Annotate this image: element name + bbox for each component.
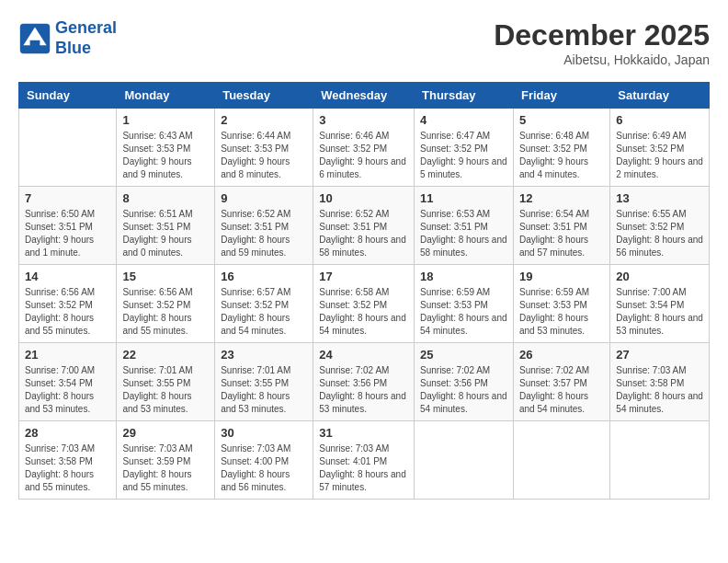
day-info: Sunrise: 7:03 AMSunset: 4:00 PMDaylight:… xyxy=(221,442,307,494)
day-number: 23 xyxy=(221,348,307,362)
weekday-header-sunday: Sunday xyxy=(19,83,117,109)
day-info: Sunrise: 6:53 AMSunset: 3:51 PMDaylight:… xyxy=(420,208,507,259)
day-number: 26 xyxy=(519,348,604,362)
day-info: Sunrise: 6:59 AMSunset: 3:53 PMDaylight:… xyxy=(519,286,604,338)
week-row-3: 14Sunrise: 6:56 AMSunset: 3:52 PMDayligh… xyxy=(19,265,710,343)
calendar-cell: 1Sunrise: 6:43 AMSunset: 3:53 PMDaylight… xyxy=(117,109,215,187)
calendar-cell: 17Sunrise: 6:58 AMSunset: 3:52 PMDayligh… xyxy=(313,265,415,343)
week-row-1: 1Sunrise: 6:43 AMSunset: 3:53 PMDaylight… xyxy=(19,109,710,187)
day-info: Sunrise: 6:51 AMSunset: 3:51 PMDaylight:… xyxy=(122,208,209,259)
page-header: General Blue December 2025 Aibetsu, Hokk… xyxy=(18,18,710,67)
calendar-table: SundayMondayTuesdayWednesdayThursdayFrid… xyxy=(18,82,710,500)
day-number: 25 xyxy=(420,348,507,362)
day-number: 16 xyxy=(221,270,307,283)
day-info: Sunrise: 7:02 AMSunset: 3:56 PMDaylight:… xyxy=(319,364,408,416)
title-block: December 2025 Aibetsu, Hokkaido, Japan xyxy=(494,18,710,67)
day-number: 11 xyxy=(420,191,507,205)
calendar-cell: 2Sunrise: 6:44 AMSunset: 3:53 PMDaylight… xyxy=(215,109,313,187)
calendar-cell xyxy=(513,421,609,500)
calendar-cell: 31Sunrise: 7:03 AMSunset: 4:01 PMDayligh… xyxy=(313,421,415,500)
calendar-cell: 10Sunrise: 6:52 AMSunset: 3:51 PMDayligh… xyxy=(313,187,415,265)
day-info: Sunrise: 6:59 AMSunset: 3:53 PMDaylight:… xyxy=(420,286,507,338)
month-title: December 2025 xyxy=(494,18,710,52)
day-number: 18 xyxy=(420,270,507,283)
logo-icon xyxy=(18,22,51,55)
day-number: 14 xyxy=(25,270,110,283)
day-info: Sunrise: 6:47 AMSunset: 3:52 PMDaylight:… xyxy=(420,130,507,181)
calendar-cell: 15Sunrise: 6:56 AMSunset: 3:52 PMDayligh… xyxy=(117,265,215,343)
day-number: 3 xyxy=(319,113,408,127)
day-number: 27 xyxy=(616,348,703,362)
calendar-cell xyxy=(415,421,514,500)
day-info: Sunrise: 7:03 AMSunset: 3:58 PMDaylight:… xyxy=(616,364,703,416)
calendar-cell: 14Sunrise: 6:56 AMSunset: 3:52 PMDayligh… xyxy=(19,265,117,343)
day-info: Sunrise: 6:50 AMSunset: 3:51 PMDaylight:… xyxy=(25,208,110,259)
week-row-5: 28Sunrise: 7:03 AMSunset: 3:58 PMDayligh… xyxy=(19,421,710,500)
location-subtitle: Aibetsu, Hokkaido, Japan xyxy=(494,52,710,67)
calendar-cell: 6Sunrise: 6:49 AMSunset: 3:52 PMDaylight… xyxy=(610,109,710,187)
day-number: 17 xyxy=(319,270,408,283)
day-info: Sunrise: 6:52 AMSunset: 3:51 PMDaylight:… xyxy=(221,208,307,259)
calendar-cell xyxy=(610,421,710,500)
day-info: Sunrise: 7:03 AMSunset: 4:01 PMDaylight:… xyxy=(319,442,408,494)
calendar-cell: 19Sunrise: 6:59 AMSunset: 3:53 PMDayligh… xyxy=(513,265,609,343)
day-info: Sunrise: 6:43 AMSunset: 3:53 PMDaylight:… xyxy=(122,130,209,181)
day-info: Sunrise: 6:49 AMSunset: 3:52 PMDaylight:… xyxy=(616,130,703,181)
day-number: 21 xyxy=(25,348,110,362)
day-number: 2 xyxy=(221,113,307,127)
logo-line2: Blue xyxy=(55,39,91,57)
day-number: 29 xyxy=(122,426,209,440)
weekday-header-monday: Monday xyxy=(117,83,215,109)
day-info: Sunrise: 6:57 AMSunset: 3:52 PMDaylight:… xyxy=(221,286,307,338)
day-number: 1 xyxy=(122,113,209,127)
weekday-header-tuesday: Tuesday xyxy=(215,83,313,109)
calendar-cell xyxy=(19,109,117,187)
day-number: 13 xyxy=(616,191,703,205)
day-number: 31 xyxy=(319,426,408,440)
calendar-cell: 16Sunrise: 6:57 AMSunset: 3:52 PMDayligh… xyxy=(215,265,313,343)
calendar-cell: 28Sunrise: 7:03 AMSunset: 3:58 PMDayligh… xyxy=(19,421,117,500)
svg-rect-2 xyxy=(30,40,40,48)
calendar-cell: 9Sunrise: 6:52 AMSunset: 3:51 PMDaylight… xyxy=(215,187,313,265)
logo: General Blue xyxy=(18,18,117,58)
day-info: Sunrise: 6:58 AMSunset: 3:52 PMDaylight:… xyxy=(319,286,408,338)
calendar-cell: 12Sunrise: 6:54 AMSunset: 3:51 PMDayligh… xyxy=(513,187,609,265)
day-number: 15 xyxy=(122,270,209,283)
day-number: 28 xyxy=(25,426,110,440)
calendar-cell: 22Sunrise: 7:01 AMSunset: 3:55 PMDayligh… xyxy=(117,343,215,421)
weekday-header-wednesday: Wednesday xyxy=(313,83,415,109)
calendar-cell: 20Sunrise: 7:00 AMSunset: 3:54 PMDayligh… xyxy=(610,265,710,343)
week-row-2: 7Sunrise: 6:50 AMSunset: 3:51 PMDaylight… xyxy=(19,187,710,265)
day-info: Sunrise: 6:46 AMSunset: 3:52 PMDaylight:… xyxy=(319,130,408,181)
day-number: 8 xyxy=(122,191,209,205)
day-info: Sunrise: 7:01 AMSunset: 3:55 PMDaylight:… xyxy=(122,364,209,416)
calendar-cell: 25Sunrise: 7:02 AMSunset: 3:56 PMDayligh… xyxy=(415,343,514,421)
weekday-header-thursday: Thursday xyxy=(415,83,514,109)
day-number: 12 xyxy=(519,191,604,205)
day-info: Sunrise: 7:03 AMSunset: 3:59 PMDaylight:… xyxy=(122,442,209,494)
calendar-cell: 13Sunrise: 6:55 AMSunset: 3:52 PMDayligh… xyxy=(610,187,710,265)
day-number: 20 xyxy=(616,270,703,283)
calendar-cell: 3Sunrise: 6:46 AMSunset: 3:52 PMDaylight… xyxy=(313,109,415,187)
calendar-cell: 23Sunrise: 7:01 AMSunset: 3:55 PMDayligh… xyxy=(215,343,313,421)
calendar-cell: 26Sunrise: 7:02 AMSunset: 3:57 PMDayligh… xyxy=(513,343,609,421)
calendar-cell: 8Sunrise: 6:51 AMSunset: 3:51 PMDaylight… xyxy=(117,187,215,265)
day-info: Sunrise: 6:55 AMSunset: 3:52 PMDaylight:… xyxy=(616,208,703,259)
day-number: 30 xyxy=(221,426,307,440)
day-number: 9 xyxy=(221,191,307,205)
calendar-cell: 30Sunrise: 7:03 AMSunset: 4:00 PMDayligh… xyxy=(215,421,313,500)
day-info: Sunrise: 7:03 AMSunset: 3:58 PMDaylight:… xyxy=(25,442,110,494)
logo-line1: General xyxy=(55,18,117,37)
calendar-cell: 29Sunrise: 7:03 AMSunset: 3:59 PMDayligh… xyxy=(117,421,215,500)
day-number: 7 xyxy=(25,191,110,205)
day-info: Sunrise: 6:56 AMSunset: 3:52 PMDaylight:… xyxy=(25,286,110,338)
day-number: 24 xyxy=(319,348,408,362)
day-number: 10 xyxy=(319,191,408,205)
day-number: 6 xyxy=(616,113,703,127)
day-info: Sunrise: 7:00 AMSunset: 3:54 PMDaylight:… xyxy=(616,286,703,338)
day-info: Sunrise: 6:54 AMSunset: 3:51 PMDaylight:… xyxy=(519,208,604,259)
calendar-cell: 21Sunrise: 7:00 AMSunset: 3:54 PMDayligh… xyxy=(19,343,117,421)
weekday-header-saturday: Saturday xyxy=(610,83,710,109)
day-info: Sunrise: 6:56 AMSunset: 3:52 PMDaylight:… xyxy=(122,286,209,338)
day-number: 19 xyxy=(519,270,604,283)
